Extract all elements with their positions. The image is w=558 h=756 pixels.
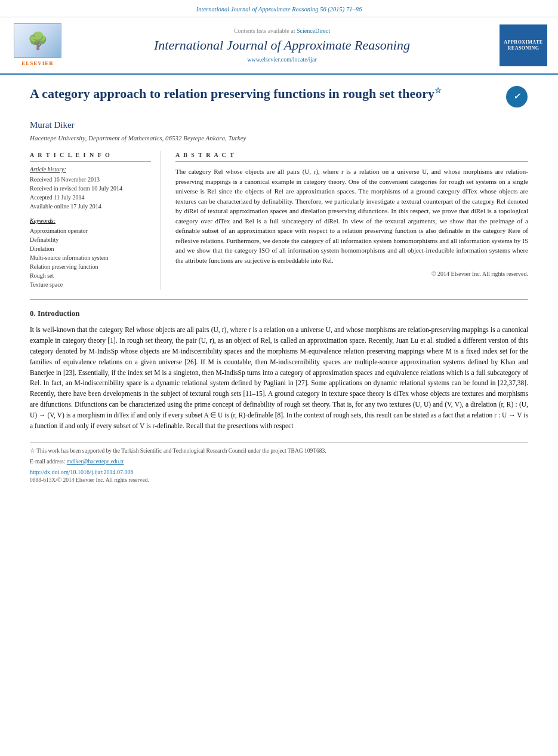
journal-reference: International Journal of Approximate Rea… (196, 6, 362, 13)
crossmark-badge: ✓ (505, 85, 528, 108)
keyword-2: Definability (30, 236, 151, 244)
article-title: A category approach to relation preservi… (30, 85, 497, 103)
history-revised: Received in revised form 10 July 2014 (30, 185, 151, 193)
journal-right-logo: APPROXIMATE REASONING (500, 24, 547, 66)
introduction-title: 0. Introduction (30, 308, 528, 319)
history-label: Article history: (30, 165, 151, 174)
keyword-6: Rough set (30, 272, 151, 280)
keyword-1: Approximation operator (30, 227, 151, 235)
keyword-4: Multi-source information system (30, 254, 151, 262)
keyword-7: Texture space (30, 281, 151, 289)
journal-header: ELSEVIER Contents lists available at Sci… (0, 17, 558, 75)
keyword-5: Relation preserving function (30, 263, 151, 271)
article-info-abstract-columns: A R T I C L E I N F O Article history: R… (30, 151, 528, 290)
abstract-copyright: © 2014 Elsevier Inc. All rights reserved… (175, 270, 528, 278)
abstract-text: The category Rel whose objects are all p… (175, 167, 528, 265)
abstract-column: A B S T R A C T The category Rel whose o… (175, 151, 528, 290)
crossmark-icon: ✓ (506, 86, 528, 107)
section-divider (30, 299, 528, 300)
main-content: A category approach to relation preservi… (0, 75, 558, 497)
article-history: Article history: Received 16 November 20… (30, 165, 151, 211)
article-info-header: A R T I C L E I N F O (30, 151, 151, 162)
issn-copyright: 0888-613X/© 2014 Elsevier Inc. All right… (30, 477, 528, 484)
history-accepted: Accepted 11 July 2014 (30, 193, 151, 202)
keyword-3: Direlation (30, 245, 151, 253)
elsevier-brand-text: ELSEVIER (21, 60, 54, 67)
top-bar: International Journal of Approximate Rea… (0, 0, 558, 17)
author-affiliation: Hacettepe University, Department of Math… (30, 134, 528, 143)
sciencedirect-link[interactable]: ScienceDirect (297, 27, 330, 34)
history-received: Received 16 November 2013 (30, 176, 151, 184)
journal-url: www.elsevier.com/locate/ijar (76, 56, 488, 64)
history-online: Available online 17 July 2014 (30, 202, 151, 211)
author-name: Murat Diker (30, 119, 528, 131)
footnote-email: E-mail address: mdiker@hacettepe.edu.tr (30, 458, 528, 466)
keywords-section: Keywords: Approximation operator Definab… (30, 217, 151, 289)
email-link[interactable]: mdiker@hacettepe.edu.tr (67, 459, 124, 465)
footer-section: ☆ This work has been supported by the Tu… (30, 442, 528, 484)
article-info-column: A R T I C L E I N F O Article history: R… (30, 151, 161, 290)
elsevier-tree-logo (14, 23, 61, 58)
elsevier-logo-section: ELSEVIER (11, 23, 64, 67)
journal-title: International Journal of Approximate Rea… (76, 38, 488, 53)
abstract-header: A B S T R A C T (175, 151, 528, 162)
article-title-section: A category approach to relation preservi… (30, 85, 528, 113)
sciencedirect-notice: Contents lists available at ScienceDirec… (76, 27, 488, 35)
journal-center-header: Contents lists available at ScienceDirec… (64, 27, 500, 64)
introduction-paragraph-1: It is well-known that the category Rel w… (30, 325, 528, 431)
doi-link[interactable]: http://dx.doi.org/10.1016/j.ijar.2014.07… (30, 468, 528, 477)
footnote-text: ☆ This work has been supported by the Tu… (30, 447, 528, 455)
keywords-label: Keywords: (30, 217, 151, 225)
